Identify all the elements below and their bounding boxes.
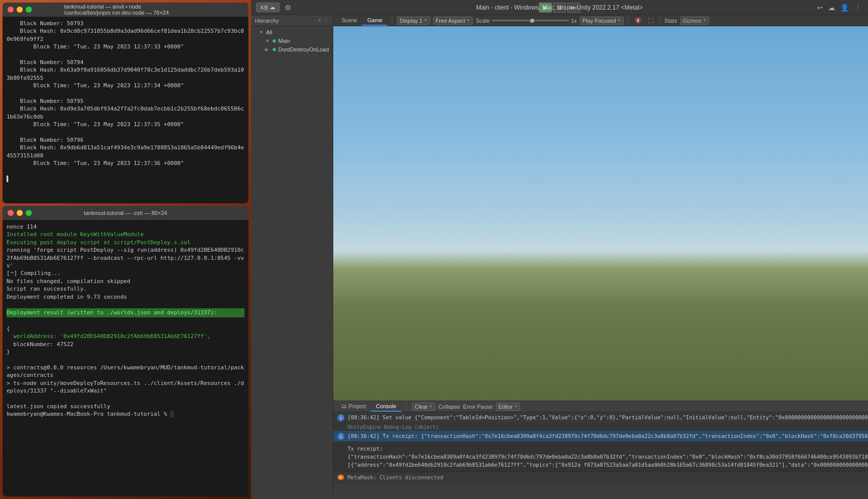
display-dropdown[interactable]: Display 1 ▼	[397, 17, 430, 25]
editor-label: Editor	[498, 404, 513, 410]
term-line: Block Hash: 0xd9e3a705dbf934a2f7a2fc0dab…	[7, 105, 244, 121]
traffic-light-green[interactable]	[26, 7, 32, 13]
more-button[interactable]: ⋮	[853, 3, 863, 13]
hierarchy-item-all[interactable]: ▼ All	[251, 28, 333, 36]
settings-button[interactable]: ⚙	[284, 3, 292, 13]
aspect-label: Free Aspect	[436, 18, 466, 24]
metamask-row[interactable]: M MetaMask: Clients disconnected	[333, 472, 868, 483]
term-prompt: kwamebryan@Kwames-MacBook-Pro tankmud-tu…	[7, 410, 244, 418]
game-area: Scene Game Display 1 ▼ Free Aspect ▼	[333, 15, 868, 499]
console-row-source: UnityEngine.Debug:Log (object)	[333, 423, 868, 431]
term-line: }	[7, 348, 244, 356]
cloud-sync-button[interactable]: ☁	[827, 3, 836, 13]
term-line: Block Time: "Tue, 23 May 2023 12:37:36 +…	[7, 159, 244, 167]
expand-icon: ▼	[259, 30, 264, 35]
term-line: Block Number: 50794	[7, 59, 244, 66]
expand-icon: ▶	[265, 47, 270, 52]
scale-container: Scale 1x	[476, 18, 577, 24]
tab-game-label: Game	[367, 17, 382, 23]
toolbar-separator	[628, 17, 629, 24]
game-viewport	[333, 26, 868, 401]
hierarchy-item-main[interactable]: ▼ ◆ Main	[251, 36, 333, 45]
hierarchy-add-icon[interactable]: +	[318, 17, 321, 24]
left-panel: tankmud-tutorial — anvil • node /usr/loc…	[0, 0, 251, 499]
metamask-icon: M	[337, 474, 344, 481]
editor-dropdown[interactable]: Editor ▼	[496, 403, 521, 411]
hierarchy-header: Hierarchy + ⋮	[251, 15, 333, 26]
unity-topbar: KB ☁ ⚙ ▶ ⏸ ⏭ ↩ ☁ 👤 ⋮ Main - client - Win…	[251, 0, 868, 15]
term-line: {	[7, 325, 244, 332]
term-line: > ts-node unity/moveDeployToResources.ts…	[7, 379, 244, 395]
scale-slider[interactable]	[492, 20, 569, 21]
traffic-light-yellow-2[interactable]	[17, 210, 23, 216]
traffic-light-green-2[interactable]	[26, 210, 32, 216]
scale-label: Scale	[476, 18, 490, 24]
console-message-text: [08:36:42] Set value {"Component":"Table…	[347, 414, 868, 421]
error-pause-button[interactable]: Error Pause	[463, 404, 493, 410]
terminal-bottom-title: tankmud-tutorial — -zsh — 80×24	[84, 210, 167, 216]
scene-game-tabs: Scene Game	[336, 16, 387, 26]
term-line: Script ran successfully.	[7, 285, 244, 293]
kb-button[interactable]: KB ☁	[256, 3, 280, 12]
hierarchy-item-label: DontDestroyOnLoad	[278, 46, 329, 52]
traffic-light-red-2[interactable]	[8, 210, 14, 216]
term-line: Block Number: 50793	[7, 20, 244, 27]
expand-icon: ▼	[265, 38, 270, 43]
maximize-icon[interactable]: ⛶	[646, 17, 655, 25]
unity-main: Hierarchy + ⋮ ▼ All ▼ ◆ Main ▶ ◆	[251, 15, 868, 499]
console-message-text: [08:36:42] Tx receipt: {"transactionHash…	[347, 432, 868, 440]
unity-toolbar-right: ↩ ☁ 👤 ⋮	[816, 3, 863, 13]
hierarchy-label: Hierarchy	[255, 18, 279, 24]
stats-label[interactable]: Stats	[665, 18, 677, 24]
hierarchy-item-dontdestroy[interactable]: ▶ ◆ DontDestroyOnLoad	[251, 45, 333, 53]
play-focused-dropdown[interactable]: Play Focused ▼	[580, 17, 624, 25]
clear-button[interactable]: Clear ▼	[412, 403, 435, 411]
term-line: Block Number: 50796	[7, 136, 244, 144]
traffic-light-red[interactable]	[8, 7, 14, 13]
aspect-dropdown[interactable]: Free Aspect ▼	[433, 17, 473, 25]
term-line: Executing post deploy script at script/P…	[7, 239, 244, 246]
unity-title: Main - client - Windows, Mac, Linux - Un…	[476, 4, 643, 11]
console-tabs: 🗂 Project Console	[336, 402, 401, 412]
chevron-down-icon: ▼	[702, 18, 706, 23]
chevron-down-icon: ▼	[424, 18, 428, 23]
tab-console[interactable]: Console	[371, 402, 401, 412]
console-panel: 🗂 Project Console Clear ▼ Collapse	[333, 401, 868, 499]
chevron-down-icon: ▼	[617, 18, 621, 23]
terminal-bottom: tankmud-tutorial — -zsh — 80×24 nonce 11…	[3, 206, 248, 496]
game-toolbar: Scene Game Display 1 ▼ Free Aspect ▼	[333, 15, 868, 26]
gizmos-dropdown[interactable]: Gizmos ▼	[680, 17, 709, 25]
console-toolbar: 🗂 Project Console Clear ▼ Collapse	[333, 401, 868, 412]
scale-thumb	[530, 19, 534, 23]
collab-button[interactable]: ↩	[816, 3, 824, 13]
tab-scene[interactable]: Scene	[336, 16, 362, 26]
account-button[interactable]: 👤	[839, 3, 850, 13]
term-line: Block Time: "Tue, 23 May 2023 12:37:33 +…	[7, 43, 244, 50]
terminal-bottom-body: nonce 114 Installed root module KeysWith…	[3, 220, 248, 496]
hierarchy-item-icon: ◆	[272, 46, 276, 52]
term-line: running 'forge script PostDeploy --sig r…	[7, 246, 244, 269]
display-label: Display 1	[399, 18, 422, 24]
hierarchy-more-icon[interactable]: ⋮	[323, 17, 329, 24]
tab-game[interactable]: Game	[362, 16, 387, 26]
hierarchy-item-label: All	[266, 29, 272, 35]
traffic-light-yellow[interactable]	[17, 7, 23, 13]
tab-console-text: Console	[376, 403, 396, 409]
metamask-text: MetaMask: Clients disconnected	[347, 474, 443, 480]
tab-project[interactable]: 🗂 Project	[336, 402, 371, 412]
console-expanded-message: Tx receipt: {"transactionHash":"0x7e16cb…	[333, 442, 868, 472]
collapse-button[interactable]: Collapse	[438, 404, 460, 410]
term-line: Block Hash: 0x63a9f0a916056db37d9040f78c…	[7, 66, 244, 82]
console-row[interactable]: i [08:36:42] Set value {"Component":"Tab…	[333, 412, 868, 423]
console-body: i [08:36:42] Set value {"Component":"Tab…	[333, 412, 868, 499]
console-info-icon: i	[337, 414, 344, 421]
term-line: Block Hash: 0x9cd8c9731855b8d9a3dad96d66…	[7, 27, 244, 43]
terminal-bottom-titlebar: tankmud-tutorial — -zsh — 80×24	[3, 206, 248, 220]
hierarchy-item-label: Main	[278, 38, 290, 44]
term-deployment-result: Deployment result (written to ./worlds.j…	[7, 308, 244, 317]
console-row[interactable]: i [08:36:42] Tx receipt: {"transactionHa…	[333, 431, 868, 442]
toolbar-separator	[406, 403, 407, 410]
toolbar-separator	[659, 17, 660, 24]
console-info-icon: i	[337, 433, 344, 440]
mute-icon[interactable]: 🔇	[633, 16, 643, 25]
